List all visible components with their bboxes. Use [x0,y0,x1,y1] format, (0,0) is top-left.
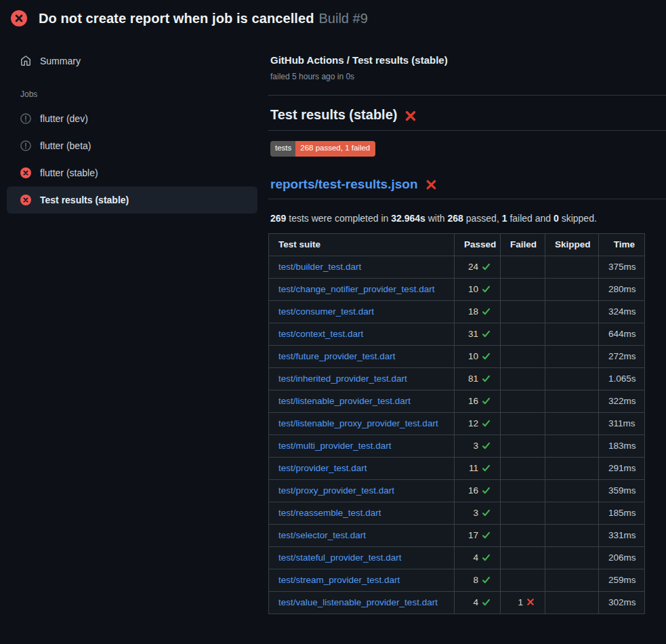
sidebar-item-label: flutter (beta) [40,140,91,151]
x-icon [526,598,535,607]
count-value: 18 [468,306,478,317]
count-value: 24 [468,262,478,272]
cell-skipped [545,278,599,300]
check-icon [482,508,491,517]
sidebar-item-summary[interactable]: Summary [7,52,257,70]
cell-failed [501,300,545,323]
sidebar-item-flutter-dev[interactable]: flutter (dev) [7,105,257,132]
column-header-passed: Passed [455,233,501,256]
report-heading: reports/test-results.json [268,177,666,192]
cell-failed [501,569,545,591]
test-suite-link[interactable]: test/stateful_provider_test.dart [278,552,402,563]
cell-test-suite: test/multi_provider_test.dart [269,435,455,457]
cell-time: 322ms [599,390,645,412]
summary-segment: tests were completed in [286,213,391,224]
count-value: 3 [473,441,478,451]
count-value: 10 [468,284,478,294]
column-header-time: Time [599,233,645,256]
cell-skipped [545,256,599,278]
cell-failed [501,278,545,300]
test-suite-link[interactable]: test/proxy_provider_test.dart [278,485,394,496]
test-suite-link[interactable]: test/change_notifier_provider_test.dart [278,284,434,294]
test-suite-link[interactable]: test/context_test.dart [278,329,363,339]
report-file-link[interactable]: reports/test-results.json [270,177,418,192]
divider [268,95,666,96]
count-value: 4 [473,552,478,563]
home-icon [20,56,31,66]
cell-skipped [545,412,599,435]
cell-skipped [545,323,599,345]
cell-time: 280ms [599,278,645,300]
test-suite-link[interactable]: test/builder_test.dart [278,262,361,272]
cell-skipped [545,457,599,479]
test-suite-link[interactable]: test/multi_provider_test.dart [278,441,392,451]
run-header: Do not create report when job is cancell… [0,0,666,32]
alert-circle-icon [20,140,31,151]
test-suite-link[interactable]: test/consumer_test.dart [278,306,374,317]
tests-badge[interactable]: tests 268 passed, 1 failed [270,141,375,157]
table-row: test/inherited_provider_test.dart811.065… [269,367,645,390]
cell-skipped [545,345,599,367]
sidebar-jobs: flutter (dev)flutter (beta)flutter (stab… [7,105,257,214]
cell-failed [501,323,545,345]
test-suite-link[interactable]: test/selector_test.dart [278,530,366,540]
cell-time: 359ms [599,479,645,502]
table-row: test/provider_test.dart11291ms [269,457,645,479]
cell-passed: 8 [455,569,501,591]
table-row: test/stateful_provider_test.dart4206ms [269,546,645,569]
count-value: 8 [473,575,478,585]
test-suite-link[interactable]: test/value_listenable_provider_test.dart [278,597,438,607]
column-header-test-suite: Test suite [269,233,455,256]
test-suite-link[interactable]: test/listenable_proxy_provider_test.dart [278,418,438,428]
test-suite-link[interactable]: test/stream_provider_test.dart [278,575,400,585]
cell-failed: 1 [501,591,545,613]
cell-skipped [545,390,599,412]
check-icon [482,329,491,338]
test-suite-link[interactable]: test/reassemble_test.dart [278,508,381,518]
summary-segment: 1 [502,213,507,224]
cell-failed [501,457,545,479]
cell-failed [501,412,545,435]
test-suite-link[interactable]: test/inherited_provider_test.dart [278,374,407,384]
cell-time: 206ms [599,546,645,569]
table-row: test/context_test.dart31644ms [269,323,645,345]
summary-segment: 268 [448,213,463,224]
test-suite-link[interactable]: test/future_provider_test.dart [278,351,396,361]
cell-skipped [545,300,599,323]
test-suite-link[interactable]: test/listenable_provider_test.dart [278,396,411,406]
cell-passed: 3 [455,502,501,524]
test-suite-link[interactable]: test/provider_test.dart [278,463,367,473]
check-icon [482,374,491,383]
red-cross-mark-icon [425,179,437,190]
cell-test-suite: test/selector_test.dart [269,524,455,546]
check-icon [482,486,491,495]
cell-time: 375ms [599,256,645,278]
sidebar-item-flutter-beta[interactable]: flutter (beta) [7,132,257,159]
cell-passed: 81 [455,367,501,390]
cell-passed: 11 [455,457,501,479]
run-title: Do not create report when job is cancell… [39,11,314,26]
red-cross-mark-icon [404,110,417,122]
sidebar-jobs-heading: Jobs [20,89,257,99]
tests-badge-value: 268 passed, 1 failed [295,141,375,157]
check-icon [482,531,491,540]
sidebar-summary-label: Summary [40,56,81,66]
count-value: 10 [468,351,478,361]
sidebar-item-flutter-stable[interactable]: flutter (stable) [7,159,257,186]
cell-passed: 12 [455,412,501,435]
cell-skipped [545,479,599,502]
cell-passed: 4 [455,546,501,569]
count-value: 17 [468,530,478,540]
sidebar-item-test-results-stable[interactable]: Test results (stable) [7,186,257,214]
section-title: Test results (stable) [270,107,397,123]
cell-test-suite: test/proxy_provider_test.dart [269,479,455,502]
cell-passed: 10 [455,278,501,300]
cell-passed: 4 [455,591,501,613]
divider [268,199,666,199]
summary-segment: 32.964s [391,213,425,224]
cell-time: 185ms [599,502,645,524]
cell-failed [501,256,545,278]
check-icon [482,262,491,271]
cell-passed: 31 [455,323,501,345]
cell-passed: 10 [455,345,501,367]
